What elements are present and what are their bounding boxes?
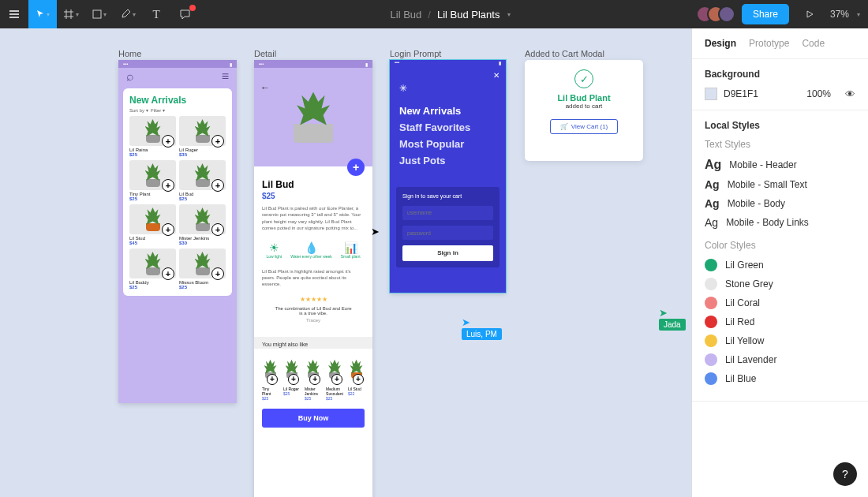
add-to-cart-icon[interactable]: + <box>162 267 174 280</box>
collaborator-avatars[interactable] <box>702 6 735 23</box>
username-field[interactable] <box>402 206 493 220</box>
chevron-down-icon[interactable]: ▾ <box>507 11 511 18</box>
avatar[interactable] <box>718 6 735 23</box>
password-field[interactable] <box>402 226 493 240</box>
frame-label-login[interactable]: Login Prompt <box>390 49 441 58</box>
artboard-login[interactable]: •••▮ ✕ ✳ New ArrivalsStaff FavoritesMost… <box>390 60 506 293</box>
color-style-item[interactable]: Lil Lavender <box>705 353 855 366</box>
present-button[interactable] <box>795 0 824 28</box>
add-to-cart-icon[interactable]: + <box>309 374 320 385</box>
add-to-cart-icon[interactable]: + <box>331 374 342 385</box>
suggestion-name: Mister Jenkins <box>305 387 321 396</box>
background-swatch[interactable] <box>705 88 717 100</box>
frame-label-detail[interactable]: Detail <box>254 49 276 58</box>
color-style-item[interactable]: Stone Grey <box>705 278 855 290</box>
add-to-cart-icon[interactable]: + <box>211 267 224 280</box>
breadcrumb-current[interactable]: Lil Bud Plants <box>437 9 500 21</box>
color-style-item[interactable]: Lil Green <box>705 259 855 271</box>
frame-label-modal[interactable]: Added to Cart Modal <box>525 49 604 58</box>
add-to-cart-icon[interactable]: + <box>267 374 278 385</box>
add-to-cart-icon[interactable]: + <box>288 374 299 385</box>
nav-link[interactable]: New Arrivals <box>399 105 496 117</box>
color-style-item[interactable]: Lil Coral <box>705 297 855 309</box>
text-style-item[interactable]: AgMobile - Body <box>705 197 855 210</box>
add-to-cart-icon[interactable]: + <box>162 135 174 148</box>
product-card[interactable]: +Lil Buddy$25 <box>129 248 176 290</box>
suggestion-card[interactable]: +Tiny Plant$25 <box>262 353 279 401</box>
tab-code[interactable]: Code <box>802 38 825 49</box>
care-item: 💧Water every other week <box>290 241 332 259</box>
background-opacity[interactable]: 100% <box>806 88 831 99</box>
suggestion-card[interactable]: +Mister Jenkins$25 <box>305 353 321 401</box>
canvas[interactable]: Home Detail Login Prompt Added to Cart M… <box>0 28 691 497</box>
artboard-detail[interactable]: •••▮ ← + Lil Bud $25 Lil Bud Plant is pa… <box>254 60 372 497</box>
buy-now-button[interactable]: Buy Now <box>262 409 365 428</box>
add-to-cart-icon[interactable]: + <box>211 179 224 192</box>
product-card[interactable]: +Mister Jenkins$30 <box>179 204 226 245</box>
signin-button[interactable]: Sign in <box>402 245 493 261</box>
suggestion-card[interactable]: +Lil Stud$22 <box>348 353 365 401</box>
text-style-item[interactable]: AgMobile - Body Links <box>705 216 855 229</box>
view-cart-button[interactable]: 🛒View Cart (1) <box>550 119 619 134</box>
product-card[interactable]: +Lil Stud$45 <box>129 204 176 245</box>
add-to-cart-icon[interactable]: + <box>353 374 364 385</box>
color-style-item[interactable]: Lil Blue <box>705 372 855 385</box>
text-styles-label: Text Styles <box>705 139 855 150</box>
move-tool[interactable]: ▾ <box>28 0 57 28</box>
product-card[interactable]: +Tiny Plant$25 <box>129 160 176 201</box>
frame-tool[interactable]: ▾ <box>57 0 85 28</box>
menu-button[interactable] <box>0 0 28 28</box>
cursor-icon: ➤ <box>462 316 470 328</box>
search-icon[interactable]: ⌕ <box>126 69 134 84</box>
text-tool[interactable]: T <box>142 0 170 28</box>
care-icon: ☀ <box>266 241 282 254</box>
eye-icon[interactable]: 👁 <box>845 88 855 100</box>
product-card[interactable]: +Lil Bud$25 <box>179 160 226 201</box>
nav-link[interactable]: Most Popular <box>399 138 496 150</box>
home-filters[interactable]: Sort by ▾ Filter ▾ <box>129 107 226 113</box>
nav-link[interactable]: Just Pots <box>399 155 496 166</box>
color-name: Lil Yellow <box>725 335 764 346</box>
top-toolbar: ▾ ▾ ▾ ▾ T Lil Bud / Lil Bud Plants ▾ Sha… <box>0 0 868 28</box>
review-author: Tracey <box>273 318 354 323</box>
comment-icon <box>179 9 191 21</box>
help-button[interactable]: ? <box>833 462 857 486</box>
nav-link[interactable]: Staff Favorites <box>399 121 496 133</box>
comment-tool[interactable] <box>170 0 199 28</box>
color-style-item[interactable]: Lil Yellow <box>705 334 855 347</box>
shape-tool[interactable]: ▾ <box>85 0 114 28</box>
close-icon[interactable]: ✕ <box>390 68 506 83</box>
chevron-down-icon[interactable]: ▾ <box>857 11 860 18</box>
menu-icon[interactable]: ≡ <box>222 69 229 84</box>
frame-label-home[interactable]: Home <box>118 49 141 58</box>
share-button[interactable]: Share <box>742 4 789 24</box>
add-to-cart-icon[interactable]: + <box>211 223 224 236</box>
suggestion-card[interactable]: +Lil Roger$25 <box>283 353 300 401</box>
text-style-item[interactable]: AgMobile - Header <box>705 158 855 172</box>
tab-design[interactable]: Design <box>705 38 736 49</box>
add-fab[interactable]: + <box>347 159 365 176</box>
artboard-home[interactable]: •••▮ ⌕ ≡ New Arrivals Sort by ▾ Filter ▾… <box>118 60 237 403</box>
add-to-cart-icon[interactable]: + <box>162 223 174 236</box>
rectangle-icon <box>92 9 102 19</box>
pen-tool[interactable]: ▾ <box>114 0 142 28</box>
add-to-cart-icon[interactable]: + <box>211 135 224 148</box>
back-icon[interactable]: ← <box>260 82 270 93</box>
add-to-cart-icon[interactable]: + <box>162 179 174 192</box>
product-card[interactable]: +Lil Roger$35 <box>179 116 226 157</box>
background-hex[interactable]: D9E1F1 <box>724 88 758 99</box>
product-card[interactable]: +Lil Raina$25 <box>129 116 176 157</box>
zoom-level[interactable]: 37% <box>830 9 849 20</box>
text-style-item[interactable]: AgMobile - Small Text <box>705 178 855 191</box>
suggestion-name: Lil Roger <box>283 387 300 391</box>
tab-prototype[interactable]: Prototype <box>749 38 789 49</box>
care-item: ☀Low light <box>266 241 282 259</box>
care-icon: 💧 <box>290 241 332 254</box>
breadcrumb-parent[interactable]: Lil Bud <box>391 9 422 21</box>
color-style-item[interactable]: Lil Red <box>705 316 855 328</box>
properties-panel: Design Prototype Code Background D9E1F1 … <box>691 28 868 497</box>
artboard-cart-modal[interactable]: ✓ Lil Bud Plant added to cart 🛒View Cart… <box>525 60 643 161</box>
color-name: Stone Grey <box>725 278 773 290</box>
suggestion-card[interactable]: +Medium Succulent$25 <box>326 353 343 401</box>
product-card[interactable]: +Missus Bloom$25 <box>179 248 226 290</box>
